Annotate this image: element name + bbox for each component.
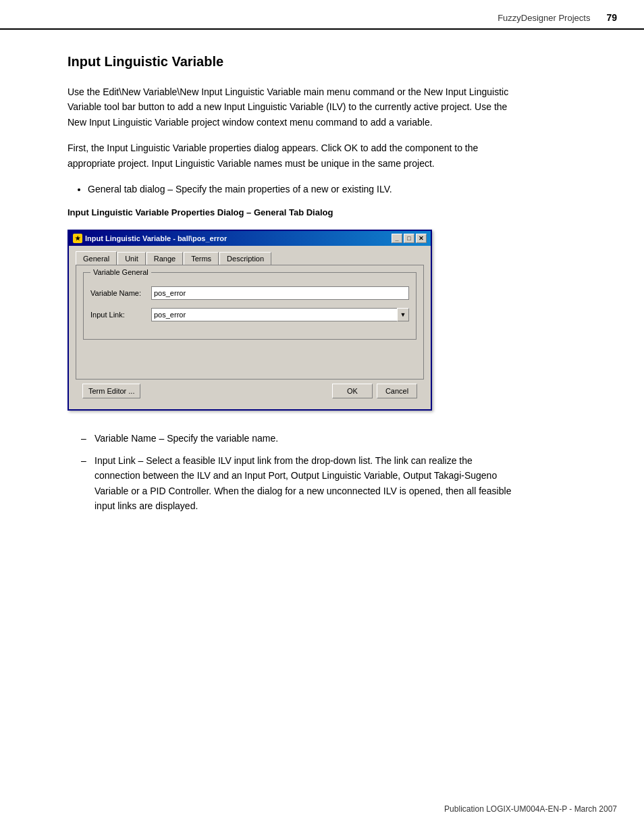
dialog-controls[interactable]: _ □ ✕	[392, 234, 427, 243]
dropdown-arrow-icon[interactable]: ▼	[397, 308, 409, 321]
dialog-caption: Input Linguistic Variable Properties Dia…	[68, 207, 590, 217]
input-link-row: Input Link: ▼	[90, 308, 409, 321]
page-number: 79	[606, 12, 617, 23]
section-title: Input Linguistic Variable	[68, 54, 590, 70]
bullet-item-1: General tab dialog – Specify the main pr…	[88, 182, 590, 197]
variable-name-row: Variable Name:	[90, 286, 409, 300]
tab-description[interactable]: Description	[219, 252, 271, 265]
close-button[interactable]: ✕	[416, 234, 427, 243]
dialog-icon: ★	[73, 234, 82, 243]
variable-name-input[interactable]	[151, 286, 409, 300]
term-editor-button[interactable]: Term Editor ...	[82, 384, 140, 398]
dialog-wrapper: ★ Input Linguistic Variable - ball\pos_e…	[68, 230, 432, 411]
input-link-label: Input Link:	[90, 311, 151, 319]
dialog-footer: Term Editor ... OK Cancel	[76, 380, 424, 404]
ok-button[interactable]: OK	[332, 384, 373, 398]
tab-range[interactable]: Range	[146, 252, 183, 265]
dash-item-variable-name: Variable Name – Specify the variable nam…	[81, 431, 513, 446]
dialog-title: Input Linguistic Variable - ball\pos_err…	[85, 234, 227, 242]
input-link-input[interactable]	[151, 308, 397, 321]
dialog-titlebar: ★ Input Linguistic Variable - ball\pos_e…	[69, 231, 431, 246]
dialog-titlebar-left: ★ Input Linguistic Variable - ball\pos_e…	[73, 234, 227, 243]
main-content: Input Linguistic Variable Use the Edit\N…	[0, 30, 644, 544]
group-box-variable-general: Variable General Variable Name: Input Li…	[83, 272, 417, 340]
paragraph-2: First, the Input Linguistic Variable pro…	[68, 140, 527, 171]
minimize-button[interactable]: _	[392, 234, 402, 243]
bullet-list: General tab dialog – Specify the main pr…	[88, 182, 590, 197]
tab-unit[interactable]: Unit	[117, 252, 146, 265]
tab-content-area: Variable General Variable Name: Input Li…	[76, 265, 424, 380]
page-header: FuzzyDesigner Projects 79	[0, 0, 644, 30]
tab-general[interactable]: General	[76, 251, 117, 265]
header-title: FuzzyDesigner Projects	[498, 13, 590, 23]
dash-list: Variable Name – Specify the variable nam…	[81, 431, 590, 513]
dialog-body: General Unit Range Terms Description Var…	[69, 246, 431, 409]
tab-bar: General Unit Range Terms Description	[76, 251, 424, 265]
footer-text: Publication LOGIX-UM004A-EN-P - March 20…	[444, 804, 617, 814]
dash-item-input-link: Input Link – Select a feasible ILV input…	[81, 453, 513, 514]
restore-button[interactable]: □	[404, 234, 414, 243]
variable-name-label: Variable Name:	[90, 289, 151, 297]
dialog-window: ★ Input Linguistic Variable - ball\pos_e…	[68, 230, 432, 411]
cancel-button[interactable]: Cancel	[377, 384, 417, 398]
group-box-legend: Variable General	[90, 268, 151, 276]
paragraph-1: Use the Edit\New Variable\New Input Ling…	[68, 84, 527, 130]
tab-terms[interactable]: Terms	[184, 252, 219, 265]
page-footer: Publication LOGIX-UM004A-EN-P - March 20…	[444, 804, 617, 814]
input-link-dropdown[interactable]: ▼	[151, 308, 409, 321]
